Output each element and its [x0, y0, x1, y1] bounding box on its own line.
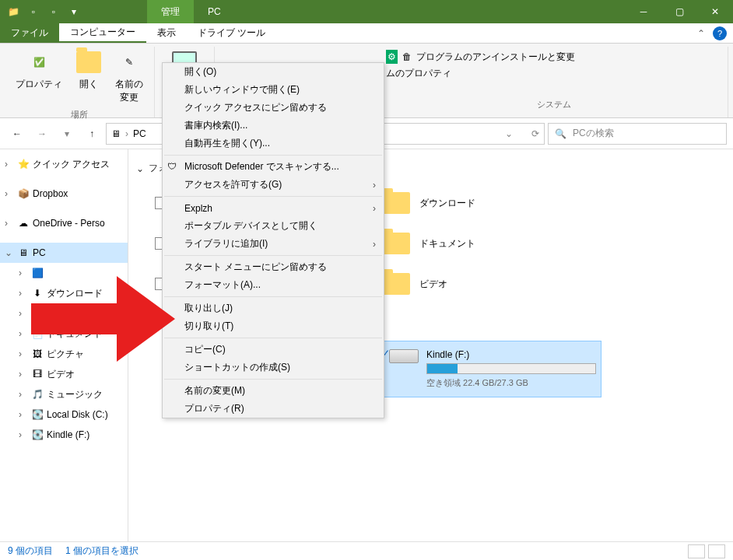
ctx-item-5[interactable]: 🛡Microsoft Defender でスキャンする...: [163, 158, 384, 176]
ribbon-tab-view[interactable]: 表示: [146, 23, 187, 43]
chevron-icon: ›: [19, 369, 28, 380]
sidebar-item-label: Dropbox: [33, 188, 68, 199]
ctx-item-16[interactable]: 名前の変更(M): [163, 382, 384, 400]
ribbon-uninstall-label: プログラムのアンインストールと変更: [416, 51, 575, 64]
folder-icon: [381, 228, 412, 259]
drive-icon: [389, 349, 419, 363]
rename-icon: ✎: [117, 50, 142, 75]
pic-icon: 🖼: [31, 348, 44, 360]
search-box[interactable]: 🔍 PCの検索: [548, 123, 727, 145]
sidebar-item-label: Local Disk (C:): [47, 409, 108, 420]
ribbon-tab-computer[interactable]: コンピューター: [59, 23, 146, 43]
ctx-item-label: 新しいウィンドウで開く(E): [184, 83, 300, 96]
sidebar: ›⭐クイック アクセス›📦Dropbox›☁OneDrive - Perso⌄🖥…: [0, 149, 128, 541]
help-icon[interactable]: ?: [713, 26, 727, 40]
minimize-button[interactable]: ─: [626, 0, 661, 23]
ctx-item-1[interactable]: 新しいウィンドウで開く(E): [163, 81, 384, 99]
ribbon-uninstall[interactable]: ⚙ 🗑 プログラムのアンインストールと変更: [386, 50, 575, 64]
folder-item[interactable]: ドキュメント: [376, 223, 601, 264]
ctx-item-14[interactable]: コピー(C): [163, 341, 384, 359]
chevron-icon: ›: [19, 389, 28, 400]
doc-icon: 📄: [31, 327, 44, 340]
ctx-item-label: プロパティ(R): [184, 402, 244, 415]
ctx-item-15[interactable]: ショートカットの作成(S): [163, 359, 384, 376]
chevron-right-icon: ›: [373, 180, 376, 191]
sidebar-item-label: クイック アクセス: [33, 158, 110, 171]
ctx-item-12[interactable]: 取り出し(J): [163, 299, 384, 317]
ctx-item-8[interactable]: ポータブル デバイスとして開く: [163, 217, 384, 235]
ctx-item-11[interactable]: フォーマット(A)...: [163, 276, 384, 294]
dropdown-icon[interactable]: ▾: [67, 5, 81, 19]
sidebar-item-label: PC: [33, 247, 46, 258]
ribbon-properties-label: プロパティ: [16, 78, 62, 91]
sidebar-item-3[interactable]: ⌄🖥PC: [0, 243, 128, 263]
maximize-button[interactable]: ▢: [661, 0, 697, 23]
sidebar-item-2[interactable]: ›☁OneDrive - Perso: [0, 213, 128, 233]
sidebar-item-12[interactable]: ›💽Kindle (F:): [0, 425, 128, 445]
ctx-item-10[interactable]: スタート メニューにピン留めする: [163, 258, 384, 276]
ctx-item-9[interactable]: ライブラリに追加(I)›: [163, 235, 384, 253]
sidebar-item-1[interactable]: ›📦Dropbox: [0, 184, 128, 204]
ctx-item-3[interactable]: 書庫内検索(I)...: [163, 117, 384, 135]
pc-icon: 🖥: [111, 128, 121, 139]
ctx-item-0[interactable]: 開く(O): [163, 63, 384, 81]
ribbon-open-label: 開く: [79, 78, 98, 91]
ribbon-group-system-label: システム: [537, 97, 571, 112]
chevron-icon: ⌄: [5, 247, 14, 258]
drive-item[interactable]: ✓Kindle (F:)空き領域 22.4 GB/27.3 GB: [376, 341, 601, 397]
ribbon-properties[interactable]: ✅ プロパティ: [11, 47, 67, 107]
ctx-item-label: 自動再生を開く(Y)...: [184, 137, 270, 150]
sidebar-item-9[interactable]: ›🎞ビデオ: [0, 364, 128, 384]
chevron-down-icon[interactable]: ⌄: [505, 128, 513, 139]
ribbon-rename[interactable]: ✎ 名前の 変更: [110, 47, 148, 107]
ribbon-group-location-label: 場所: [71, 107, 88, 122]
undo-icon[interactable]: ▫: [47, 5, 61, 19]
properties-icon: ✅: [26, 50, 51, 75]
ctx-item-17[interactable]: プロパティ(R): [163, 400, 384, 418]
folder-label: ダウンロード: [419, 197, 475, 210]
nav-up-button[interactable]: ↑: [81, 123, 103, 145]
nav-recent-button[interactable]: ▾: [56, 123, 78, 145]
ctx-item-4[interactable]: 自動再生を開く(Y)...: [163, 135, 384, 152]
ctx-item-label: ショートカットの作成(S): [184, 361, 290, 374]
sidebar-item-6[interactable]: ›🟦デスクトップ: [0, 303, 128, 324]
save-icon[interactable]: ▫: [26, 5, 40, 19]
ctx-item-label: スタート メニューにピン留めする: [184, 261, 327, 274]
view-large-button[interactable]: [708, 544, 725, 558]
folder-item[interactable]: ビデオ: [376, 264, 601, 304]
sidebar-item-4[interactable]: ›🟦: [0, 263, 128, 283]
nav-forward-button[interactable]: →: [31, 123, 53, 145]
app-icon: 📁: [6, 5, 20, 19]
folder-icon: [381, 187, 412, 219]
ribbon-tab-drive-tools[interactable]: ドライブ ツール: [187, 23, 276, 43]
ctx-item-13[interactable]: 切り取り(T): [163, 317, 384, 335]
ctx-item-7[interactable]: Explzh›: [163, 199, 384, 217]
sidebar-item-11[interactable]: ›💽Local Disk (C:): [0, 404, 128, 425]
ribbon-sysprops[interactable]: ムのプロパティ: [386, 67, 575, 80]
obj-icon: 🟦: [31, 267, 44, 279]
sidebar-item-label: ミュージック: [47, 388, 103, 401]
sidebar-item-7[interactable]: ›📄ドキュメント: [0, 324, 128, 344]
ctx-item-6[interactable]: アクセスを許可する(G)›: [163, 176, 384, 194]
sidebar-item-10[interactable]: ›🎵ミュージック: [0, 384, 128, 404]
sidebar-item-8[interactable]: ›🖼ピクチャ: [0, 344, 128, 364]
chevron-icon: ›: [19, 288, 28, 299]
nav-back-button[interactable]: ←: [6, 123, 28, 145]
sidebar-item-5[interactable]: ›⬇ダウンロード: [0, 283, 128, 303]
titlebar-tab-manage[interactable]: 管理: [147, 0, 194, 23]
chevron-icon: ›: [19, 348, 28, 359]
context-menu: 開く(O)新しいウィンドウで開く(E)クイック アクセスにピン留めする書庫内検索…: [162, 62, 384, 418]
view-details-button[interactable]: [688, 544, 705, 558]
chevron-icon: ›: [19, 409, 28, 420]
folder-item[interactable]: ダウンロード: [376, 183, 601, 223]
titlebar-tab-pc: PC: [194, 0, 235, 23]
ribbon-open[interactable]: 開く: [72, 47, 106, 107]
ctx-item-2[interactable]: クイック アクセスにピン留めする: [163, 99, 384, 117]
sidebar-item-label: ピクチャ: [47, 348, 84, 361]
refresh-icon[interactable]: ⟳: [531, 128, 539, 139]
sidebar-item-0[interactable]: ›⭐クイック アクセス: [0, 154, 128, 174]
ribbon-tab-file[interactable]: ファイル: [0, 23, 59, 43]
collapse-ribbon-icon[interactable]: ⌃: [697, 28, 705, 39]
close-button[interactable]: ✕: [697, 0, 733, 23]
ctx-item-label: アクセスを許可する(G): [184, 178, 282, 191]
